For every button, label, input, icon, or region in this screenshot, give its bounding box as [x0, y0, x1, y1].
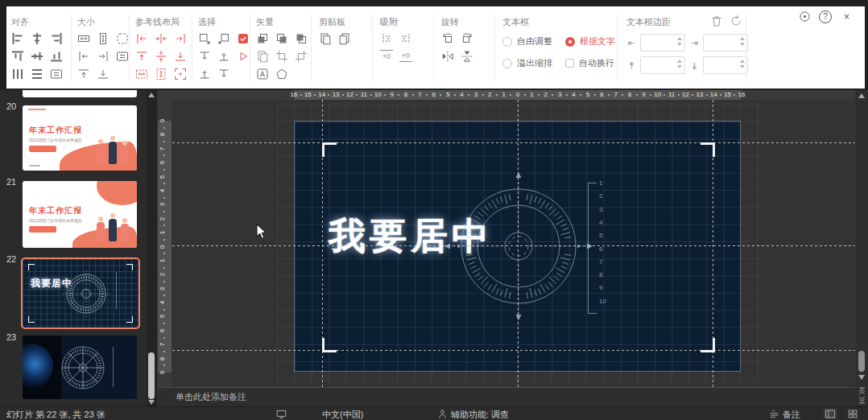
thumb-scroll-down-icon[interactable]: [148, 400, 155, 405]
stretch-top-icon[interactable]: [77, 68, 90, 80]
select-bottom-icon[interactable]: [198, 68, 211, 80]
flip-horizontal-icon[interactable]: [441, 50, 454, 63]
option-fit-text[interactable]: 根据文字: [565, 35, 615, 47]
distribute-vertical-icon[interactable]: [31, 68, 43, 80]
paste-icon[interactable]: [319, 32, 332, 45]
reset-margin-icon[interactable]: [730, 14, 742, 27]
fit-box-icon[interactable]: [116, 50, 129, 63]
flip-vertical-icon[interactable]: [461, 50, 473, 63]
distribute-horizontal-icon[interactable]: [11, 68, 24, 80]
guide-horizontal-middle[interactable]: [158, 245, 855, 246]
accessibility-person-icon[interactable]: [437, 409, 448, 419]
guide-right-icon[interactable]: [174, 32, 187, 45]
canvas-scroll-down-icon[interactable]: [858, 375, 865, 380]
select-below-icon[interactable]: [198, 50, 211, 63]
select-object-icon[interactable]: [198, 32, 211, 45]
slide-thumbnail-23[interactable]: [23, 336, 137, 399]
canvas-scrollbar[interactable]: [855, 90, 868, 406]
vector-frame-icon[interactable]: [295, 50, 308, 63]
option-overflow-indent[interactable]: 溢出缩排: [502, 57, 552, 69]
margin-bottom-field[interactable]: [703, 56, 748, 74]
guide-box-corners-icon[interactable]: [174, 68, 187, 80]
radio-free-adjust[interactable]: [502, 37, 512, 47]
paste-special-icon[interactable]: [338, 32, 351, 45]
slide-thumbnail-19-partial[interactable]: [23, 90, 137, 97]
notes-bar[interactable]: 单击此处添加备注: [158, 387, 855, 406]
same-height-icon[interactable]: [97, 32, 110, 45]
guide-top-icon[interactable]: [135, 50, 148, 63]
notes-toggle-icon[interactable]: [769, 409, 779, 419]
margin-top-input[interactable]: [643, 58, 676, 72]
guide-horizontal-top[interactable]: [158, 142, 855, 143]
close-icon[interactable]: ×: [840, 10, 854, 23]
snap-offset-bottom[interactable]: +0: [399, 50, 412, 62]
checkbox-word-wrap[interactable]: [565, 59, 574, 68]
select-above-icon[interactable]: [217, 50, 230, 63]
clear-margin-icon[interactable]: [710, 14, 723, 27]
align-bottom-icon[interactable]: [50, 50, 63, 63]
slide-thumbnail-21[interactable]: 年末工作汇报 2021跨部门合作项目成果报告: [23, 181, 137, 248]
rotate-right-icon[interactable]: [461, 32, 473, 45]
guide-middle-icon[interactable]: [155, 50, 167, 63]
stretch-bottom-icon[interactable]: [97, 68, 110, 80]
vector-union-icon[interactable]: [256, 32, 269, 45]
snap-right-icon[interactable]: [399, 32, 412, 45]
accessibility-status[interactable]: 辅助功能: 调查: [451, 409, 509, 420]
guide-box-horizontal-icon[interactable]: [135, 68, 148, 80]
select-area-icon[interactable]: [237, 32, 250, 45]
same-width-icon[interactable]: [77, 32, 90, 45]
margin-left-field[interactable]: [640, 34, 685, 51]
normal-view-icon[interactable]: [824, 409, 837, 419]
margin-right-field[interactable]: [703, 34, 748, 51]
shape-outline-icon[interactable]: [275, 68, 288, 80]
language-indicator[interactable]: 中文(中国): [322, 409, 363, 420]
vector-subtract-icon[interactable]: [275, 32, 288, 45]
vector-combine-icon[interactable]: [256, 50, 269, 63]
canvas-scroll-up-icon[interactable]: [858, 93, 865, 98]
text-to-shape-icon[interactable]: [256, 68, 269, 80]
equal-spacing-icon[interactable]: [50, 68, 63, 80]
guide-center-icon[interactable]: [155, 32, 167, 45]
align-middle-icon[interactable]: [31, 50, 43, 63]
vector-fragment-icon[interactable]: [275, 50, 288, 63]
help-icon[interactable]: ?: [819, 10, 832, 23]
stretch-left-icon[interactable]: [77, 50, 90, 63]
margin-right-input[interactable]: [705, 35, 739, 50]
rotate-left-icon[interactable]: [441, 32, 454, 45]
option-word-wrap[interactable]: 自动换行: [565, 57, 615, 69]
next-slide-button[interactable]: [856, 396, 867, 405]
radio-fit-text-selected[interactable]: [565, 37, 575, 47]
slide-thumbnail-22-selected[interactable]: 我要居中: [21, 257, 140, 329]
play-selection-icon[interactable]: [237, 50, 250, 63]
notes-placeholder[interactable]: 单击此处添加备注: [176, 391, 246, 403]
align-center-icon[interactable]: [31, 32, 43, 45]
option-free-adjust[interactable]: 自由调整: [502, 35, 552, 47]
align-right-icon[interactable]: [50, 32, 63, 45]
guide-horizontal-bottom[interactable]: [158, 350, 855, 351]
select-top-icon[interactable]: [217, 68, 230, 80]
margin-bottom-input[interactable]: [705, 58, 739, 72]
same-size-icon[interactable]: [116, 32, 129, 45]
align-top-icon[interactable]: [11, 50, 24, 63]
snap-offset-top[interactable]: +0: [380, 50, 393, 62]
vector-intersect-icon[interactable]: [295, 32, 308, 45]
margin-top-field[interactable]: [640, 56, 685, 74]
thumbnail-scrollbar[interactable]: [147, 90, 157, 406]
guide-bottom-icon[interactable]: [174, 50, 187, 63]
radio-overflow-indent[interactable]: [502, 59, 512, 68]
thumb-scroll-up-icon[interactable]: [148, 93, 155, 97]
snap-left-icon[interactable]: [380, 32, 393, 45]
stretch-right-icon[interactable]: [97, 50, 110, 63]
compass-dial-graphic[interactable]: [442, 170, 595, 323]
theme-icon[interactable]: [799, 10, 811, 23]
canvas-scroll-handle[interactable]: [858, 351, 865, 372]
align-left-icon[interactable]: [11, 32, 24, 45]
margin-left-input[interactable]: [643, 35, 676, 50]
display-icon[interactable]: [276, 409, 287, 419]
guide-left-icon[interactable]: [135, 32, 148, 45]
notes-toggle-label[interactable]: 备注: [783, 409, 800, 420]
guide-box-vertical-icon[interactable]: [155, 68, 167, 80]
select-object-alt-icon[interactable]: [217, 32, 230, 45]
slide-thumbnail-20[interactable]: 年末工作汇报 2021跨部门合作项目成果报告: [23, 105, 137, 171]
slide-sorter-view-icon[interactable]: [847, 409, 858, 419]
